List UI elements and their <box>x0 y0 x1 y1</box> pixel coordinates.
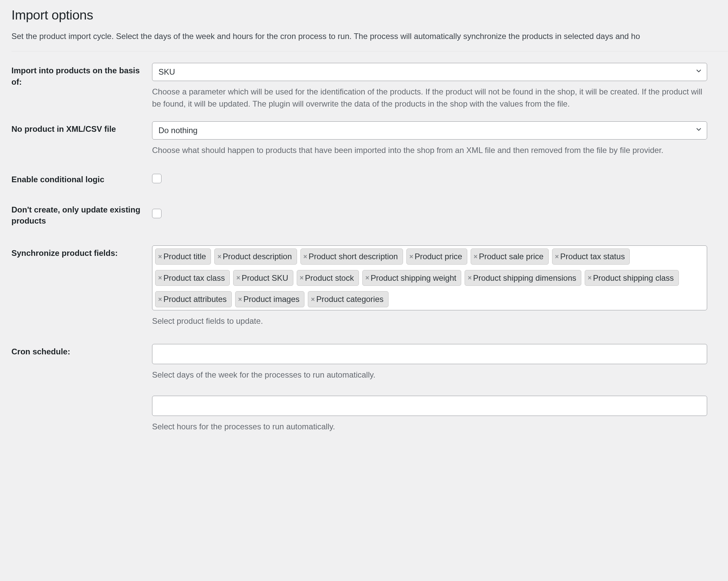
tag-item[interactable]: ×Product SKU <box>233 270 293 286</box>
multiselect-cron-hours[interactable] <box>152 396 707 416</box>
close-icon[interactable]: × <box>300 274 304 281</box>
tag-item[interactable]: ×Product shipping dimensions <box>465 270 581 286</box>
close-icon[interactable]: × <box>236 274 240 281</box>
close-icon[interactable]: × <box>158 274 162 281</box>
checkbox-only-update[interactable] <box>152 209 161 218</box>
tag-item[interactable]: ×Product short description <box>301 248 403 265</box>
select-import-basis-value: SKU <box>158 66 175 78</box>
tag-label: Product short description <box>309 251 398 262</box>
tag-item[interactable]: ×Product price <box>407 248 467 265</box>
tag-label: Product shipping dimensions <box>473 272 576 284</box>
multiselect-cron-days[interactable] <box>152 344 707 364</box>
tag-label: Product tax status <box>560 251 625 262</box>
tag-item[interactable]: ×Product shipping weight <box>362 270 462 286</box>
tag-item[interactable]: ×Product images <box>235 291 305 307</box>
page-title: Import options <box>11 6 728 25</box>
label-cron-schedule: Cron schedule: <box>11 344 152 357</box>
tag-item[interactable]: ×Product description <box>214 248 297 265</box>
row-cron-hours: Select hours for the processes to run au… <box>11 381 728 433</box>
checkbox-conditional-logic[interactable] <box>152 174 161 183</box>
helper-cron-hours: Select hours for the processes to run au… <box>152 421 704 433</box>
close-icon[interactable]: × <box>474 253 478 260</box>
label-only-update: Don't create, only update existing produ… <box>11 204 152 227</box>
multiselect-sync-fields[interactable]: ×Product title×Product description×Produ… <box>152 245 707 310</box>
select-import-basis[interactable]: SKU <box>152 63 707 81</box>
label-import-basis: Import into products on the basis of: <box>11 63 152 87</box>
close-icon[interactable]: × <box>238 296 242 303</box>
close-icon[interactable]: × <box>311 296 315 303</box>
tag-item[interactable]: ×Product attributes <box>155 291 232 307</box>
select-no-product[interactable]: Do nothing <box>152 121 707 140</box>
tag-item[interactable]: ×Product tax status <box>552 248 630 265</box>
tag-label: Product title <box>163 251 206 262</box>
row-no-product: No product in XML/CSV file Do nothing Ch… <box>11 110 728 156</box>
close-icon[interactable]: × <box>158 253 162 260</box>
tag-label: Product price <box>414 251 462 262</box>
row-sync-fields: Synchronize product fields: ×Product tit… <box>11 227 728 327</box>
section-intro: Set the product import cycle. Select the… <box>11 31 728 52</box>
tag-label: Product tax class <box>163 272 225 284</box>
tag-item[interactable]: ×Product categories <box>308 291 389 307</box>
helper-import-basis: Choose a parameter which will be used fo… <box>152 86 704 110</box>
tag-item[interactable]: ×Product shipping class <box>585 270 679 286</box>
close-icon[interactable]: × <box>158 296 162 303</box>
tag-item[interactable]: ×Product stock <box>297 270 359 286</box>
row-conditional-logic: Enable conditional logic <box>11 156 728 185</box>
tag-label: Product stock <box>305 272 354 284</box>
tag-item[interactable]: ×Product tax class <box>155 270 230 286</box>
select-no-product-value: Do nothing <box>158 125 198 136</box>
tag-label: Product shipping class <box>593 272 674 284</box>
close-icon[interactable]: × <box>217 253 222 260</box>
tag-item[interactable]: ×Product title <box>155 248 211 265</box>
tag-item[interactable]: ×Product sale price <box>471 248 549 265</box>
label-sync-fields: Synchronize product fields: <box>11 245 152 259</box>
tag-label: Product sale price <box>479 251 544 262</box>
close-icon[interactable]: × <box>304 253 308 260</box>
tag-label: Product shipping weight <box>371 272 457 284</box>
close-icon[interactable]: × <box>365 274 369 281</box>
close-icon[interactable]: × <box>410 253 413 260</box>
tag-label: Product attributes <box>163 294 227 305</box>
row-only-update: Don't create, only update existing produ… <box>11 185 728 227</box>
helper-cron-days: Select days of the week for the processe… <box>152 369 704 381</box>
close-icon[interactable]: × <box>555 253 559 260</box>
tag-label: Product images <box>243 294 300 305</box>
label-no-product: No product in XML/CSV file <box>11 121 152 135</box>
tag-label: Product SKU <box>241 272 288 284</box>
row-cron-days: Cron schedule: Select days of the week f… <box>11 327 728 381</box>
row-import-basis: Import into products on the basis of: SK… <box>11 51 728 110</box>
close-icon[interactable]: × <box>588 274 592 281</box>
close-icon[interactable]: × <box>468 274 472 281</box>
helper-sync-fields: Select product fields to update. <box>152 315 704 327</box>
label-conditional-logic: Enable conditional logic <box>11 174 152 185</box>
tag-label: Product description <box>223 251 292 262</box>
label-cron-hours-empty <box>11 396 152 398</box>
tag-label: Product categories <box>316 294 384 305</box>
helper-no-product: Choose what should happen to products th… <box>152 144 704 156</box>
